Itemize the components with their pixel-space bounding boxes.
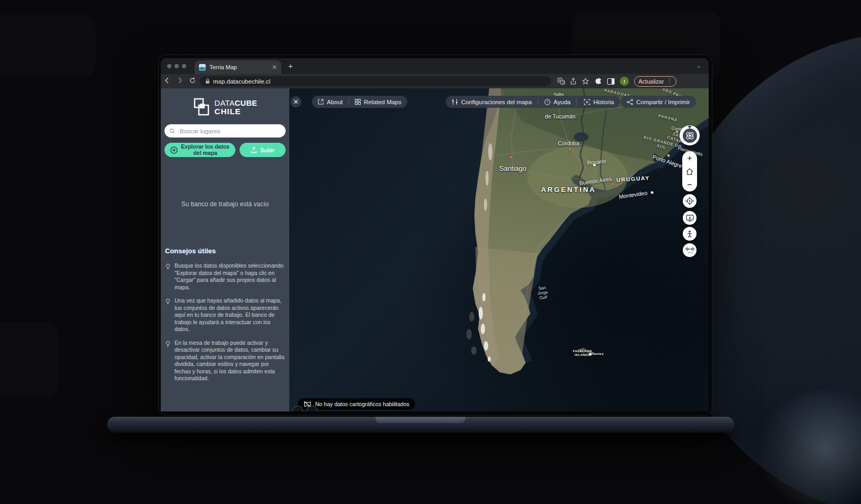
logo-data-text: DATA xyxy=(215,99,235,107)
map-labels: Saltade TucumánPARAGUAYSÃO PAULOPARANÁCu… xyxy=(289,88,709,411)
help-icon: ? xyxy=(544,99,551,105)
upload-button[interactable]: Subir xyxy=(240,143,286,157)
hint-item: Busque los datos disponibles seleccionan… xyxy=(165,262,285,291)
map-label: Cordoba xyxy=(558,140,579,146)
map-marker xyxy=(611,182,613,185)
profile-avatar[interactable]: I xyxy=(620,77,629,86)
map-label: Santiago xyxy=(499,164,526,172)
laptop-notch xyxy=(375,417,465,423)
search-icon xyxy=(169,128,175,134)
logo-chile-text: CHILE xyxy=(215,107,258,115)
new-tab-button[interactable]: + xyxy=(288,62,293,70)
map-label: RIO GRANDE DO SUL xyxy=(638,134,686,154)
share-icon[interactable] xyxy=(570,78,576,85)
help-button[interactable]: ? Ayuda xyxy=(538,96,576,108)
hints-title: Consejos útiles xyxy=(165,247,285,255)
map-label: ARGENTINA xyxy=(541,186,596,194)
update-label: Actualizar xyxy=(638,78,664,85)
map-marker xyxy=(675,130,678,133)
search-box[interactable] xyxy=(164,124,286,138)
grid-icon xyxy=(355,99,361,105)
browser-navbar: map.datacubechile.cl A文 I Actualizar ⋮ xyxy=(161,74,709,88)
gyroscope-icon xyxy=(683,129,697,143)
terria-sidebar: DATACUBE CHILE Explorar los datos del ma… xyxy=(161,88,289,411)
translate-icon[interactable]: A文 xyxy=(557,78,565,85)
helpful-hints: Consejos útiles Busque los datos disponi… xyxy=(165,247,285,389)
window-close-button[interactable] xyxy=(167,64,171,68)
zoom-in-button[interactable]: + xyxy=(688,154,692,162)
side-panel-icon[interactable] xyxy=(607,78,615,85)
background-shape xyxy=(0,15,95,77)
browser-tab[interactable]: Terria Map ✕ xyxy=(195,60,281,74)
terria-favicon-icon xyxy=(199,64,206,71)
map-label: Rosario xyxy=(587,158,607,166)
zoom-out-button[interactable]: − xyxy=(688,181,692,188)
reload-button[interactable] xyxy=(186,77,199,85)
map-label: Montevideo xyxy=(619,189,648,199)
lightbulb-icon xyxy=(165,340,171,382)
forward-button[interactable] xyxy=(173,77,186,85)
compass-control[interactable] xyxy=(680,125,700,145)
svg-text:10101: 10101 xyxy=(688,252,693,254)
tab-search-chevron-icon[interactable]: ⌄ xyxy=(697,62,701,69)
map-marker xyxy=(589,353,591,355)
map-menu-story: Historia xyxy=(578,96,620,108)
url-bar[interactable]: map.datacubechile.cl xyxy=(200,76,551,86)
map-settings-button[interactable]: Configuraciones del mapa xyxy=(446,96,538,108)
logo-cube-text: CUBE xyxy=(235,99,258,107)
hint-text: Busque los datos disponibles seleccionan… xyxy=(175,262,285,291)
explore-label: Explorar los datos del mapa xyxy=(181,144,230,156)
external-link-icon xyxy=(318,99,324,105)
about-button[interactable]: About xyxy=(312,96,349,108)
map-marker xyxy=(593,163,596,166)
tab-title: Terria Map xyxy=(209,64,268,70)
window-maximize-button[interactable] xyxy=(182,64,186,68)
close-sidebar-button[interactable]: ✕ xyxy=(290,96,301,107)
lock-icon xyxy=(205,78,210,84)
hint-item: En la mesa de trabajo puede activar y de… xyxy=(165,340,285,382)
app-content: DATACUBE CHILE Explorar los datos del ma… xyxy=(161,88,709,411)
laptop-base xyxy=(107,417,734,433)
split-screen-button[interactable] xyxy=(683,211,697,225)
tab-close-icon[interactable]: ✕ xyxy=(272,63,277,71)
no-map-data-text: No hay datos cartográficos habilitados xyxy=(315,401,409,407)
browser-update-button[interactable]: Actualizar ⋮ xyxy=(634,76,676,87)
hint-item: Una vez que hayas añadido datos al mapa,… xyxy=(165,297,285,333)
browser-menu-icon[interactable]: ⋮ xyxy=(666,78,672,85)
back-button[interactable] xyxy=(161,77,173,85)
bookmark-star-icon[interactable] xyxy=(582,78,589,85)
workbench-empty-message: Su banco de trabajo está vacío xyxy=(161,200,289,208)
upload-icon xyxy=(251,146,257,153)
hint-text: Una vez que hayas añadido datos al mapa,… xyxy=(175,297,285,333)
window-minimize-button[interactable] xyxy=(175,64,179,68)
story-capture-icon xyxy=(584,99,590,105)
map-label: PARANÁ xyxy=(658,113,679,123)
map-menu-left: About Related Maps xyxy=(312,96,407,108)
map-marker xyxy=(651,191,653,194)
browser-window: Terria Map ✕ + ⌄ map.datacubechile.cl A文 xyxy=(161,58,709,411)
pedestrian-view-button[interactable] xyxy=(683,227,697,241)
explore-map-data-button[interactable]: Explorar los datos del mapa xyxy=(164,143,235,157)
map-viewport[interactable]: Saltade TucumánPARAGUAYSÃO PAULOPARANÁCu… xyxy=(289,88,709,411)
measure-tool-button[interactable]: 10101 xyxy=(683,243,697,257)
map-label: Buenos Aires xyxy=(579,175,612,186)
related-maps-button[interactable]: Related Maps xyxy=(349,96,407,108)
map-label: URUGUAY xyxy=(616,175,650,183)
search-input[interactable] xyxy=(179,127,281,135)
svg-text:文: 文 xyxy=(562,80,565,84)
map-marker xyxy=(667,154,670,157)
share-nodes-icon xyxy=(627,99,633,105)
url-text: map.datacubechile.cl xyxy=(213,78,270,85)
target-icon xyxy=(685,197,694,205)
map-marker xyxy=(569,148,572,150)
story-button[interactable]: Historia xyxy=(578,96,620,108)
browser-tabbar: Terria Map ✕ + ⌄ xyxy=(161,58,709,74)
home-button[interactable] xyxy=(686,168,693,175)
share-print-button[interactable]: Compartir / Imprimir xyxy=(621,96,696,108)
extensions-puzzle-icon[interactable] xyxy=(594,78,602,85)
geolocation-button[interactable] xyxy=(683,194,697,208)
datacube-logo-mark xyxy=(193,98,211,117)
sliders-icon xyxy=(452,99,458,105)
datacube-chile-logo: DATACUBE CHILE xyxy=(161,88,289,120)
monitor-icon xyxy=(686,215,694,222)
